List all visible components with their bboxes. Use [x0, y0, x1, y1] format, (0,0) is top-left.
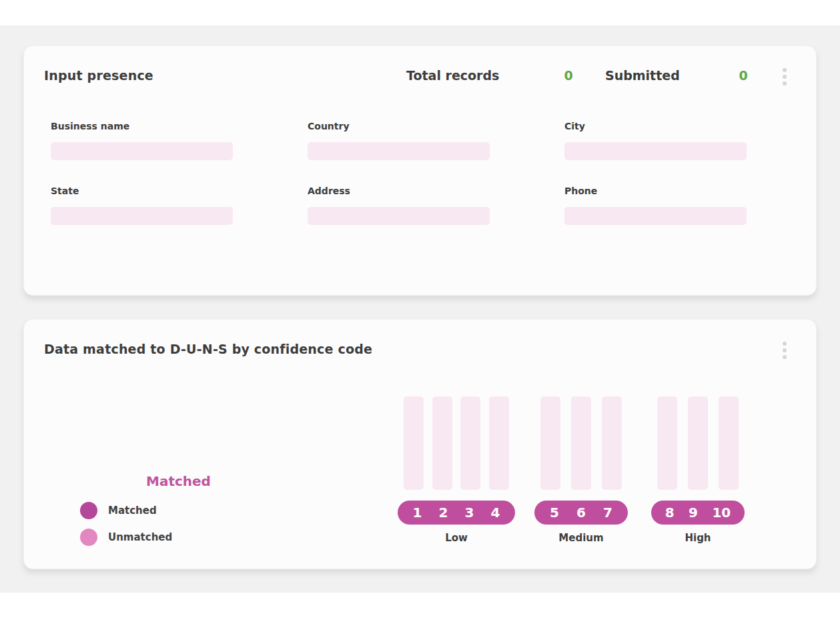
card-title-input-presence: Input presence: [44, 68, 153, 83]
kebab-dot: [783, 81, 787, 85]
confidence-group-medium: 5 6 7 Medium: [534, 396, 628, 544]
kebab-menu-icon[interactable]: [775, 65, 794, 88]
field-address: Address: [308, 186, 490, 225]
placeholder-bar-4: [489, 396, 509, 490]
field-label: Phone: [564, 186, 747, 196]
field-label: Country: [308, 121, 490, 131]
field-label: City: [564, 121, 747, 131]
confidence-code: 8: [665, 505, 675, 521]
matched-series-label: Matched: [146, 473, 211, 489]
placeholder-bar-3: [460, 396, 480, 490]
chart-legend: Matched Unmatched: [80, 502, 172, 555]
kebab-dot: [783, 342, 787, 346]
field-state: State: [51, 186, 233, 225]
legend-item-unmatched[interactable]: Unmatched: [80, 529, 172, 546]
field-placeholder-bar: [308, 207, 490, 225]
placeholder-bar-1: [404, 396, 424, 490]
confidence-group-high: 8 9 10 High: [651, 396, 745, 544]
placeholder-bar-8: [657, 396, 677, 490]
kebab-dot: [783, 348, 787, 352]
placeholder-bar-9: [688, 396, 708, 490]
field-placeholder-bar: [564, 142, 747, 160]
confidence-code: 3: [465, 505, 474, 521]
confidence-code: 6: [576, 505, 586, 521]
submitted-value: 0: [729, 68, 758, 83]
field-placeholder-bar: [51, 207, 233, 225]
field-placeholder-bar: [564, 207, 747, 225]
confidence-code: 5: [550, 505, 559, 521]
bar-cluster: [534, 396, 628, 490]
placeholder-bar-2: [432, 396, 452, 490]
kebab-dot: [783, 75, 787, 79]
confidence-code: 1: [413, 505, 422, 521]
kebab-dot: [783, 68, 787, 72]
total-records-label: Total records: [406, 68, 499, 83]
unmatched-legend-dot-icon: [80, 529, 97, 546]
group-label-low: Low: [398, 532, 515, 544]
legend-label: Matched: [108, 505, 157, 517]
field-placeholder-bar: [308, 142, 490, 160]
confidence-pill-medium[interactable]: 5 6 7: [534, 501, 628, 525]
submitted-label: Submitted: [605, 68, 680, 83]
field-city: City: [564, 121, 747, 160]
field-label: Address: [308, 186, 490, 196]
placeholder-bar-6: [571, 396, 591, 490]
input-presence-card: Input presence Total records 0 Submitted…: [23, 45, 817, 296]
field-business-name: Business name: [51, 121, 233, 160]
field-label: Business name: [51, 121, 233, 131]
card-title-confidence: Data matched to D-U-N-S by confidence co…: [44, 342, 372, 356]
bar-cluster: [651, 396, 745, 490]
matched-legend-dot-icon: [80, 502, 97, 519]
placeholder-bar-10: [719, 396, 739, 490]
confidence-code: 7: [603, 505, 612, 521]
field-phone: Phone: [564, 186, 747, 225]
kebab-menu-icon[interactable]: [775, 339, 794, 362]
bar-cluster: [398, 396, 515, 490]
group-label-high: High: [651, 532, 745, 544]
placeholder-bar-7: [602, 396, 622, 490]
confidence-code: 9: [689, 505, 698, 521]
legend-label: Unmatched: [108, 531, 172, 543]
confidence-group-low: 1 2 3 4 Low: [398, 396, 515, 544]
kebab-dot: [783, 355, 787, 359]
confidence-pill-high[interactable]: 8 9 10: [651, 501, 745, 525]
confidence-code-card: Data matched to D-U-N-S by confidence co…: [23, 319, 817, 569]
confidence-code: 2: [439, 505, 448, 521]
input-presence-fields: Business name Country City State Address…: [51, 121, 747, 225]
confidence-code: 10: [712, 505, 731, 521]
legend-item-matched[interactable]: Matched: [80, 502, 172, 519]
placeholder-bar-5: [540, 396, 560, 490]
field-label: State: [51, 186, 233, 196]
confidence-pill-low[interactable]: 1 2 3 4: [398, 501, 515, 525]
confidence-code: 4: [491, 505, 500, 521]
field-placeholder-bar: [51, 142, 233, 160]
group-label-medium: Medium: [534, 532, 628, 544]
total-records-value: 0: [554, 68, 583, 83]
field-country: Country: [308, 121, 490, 160]
